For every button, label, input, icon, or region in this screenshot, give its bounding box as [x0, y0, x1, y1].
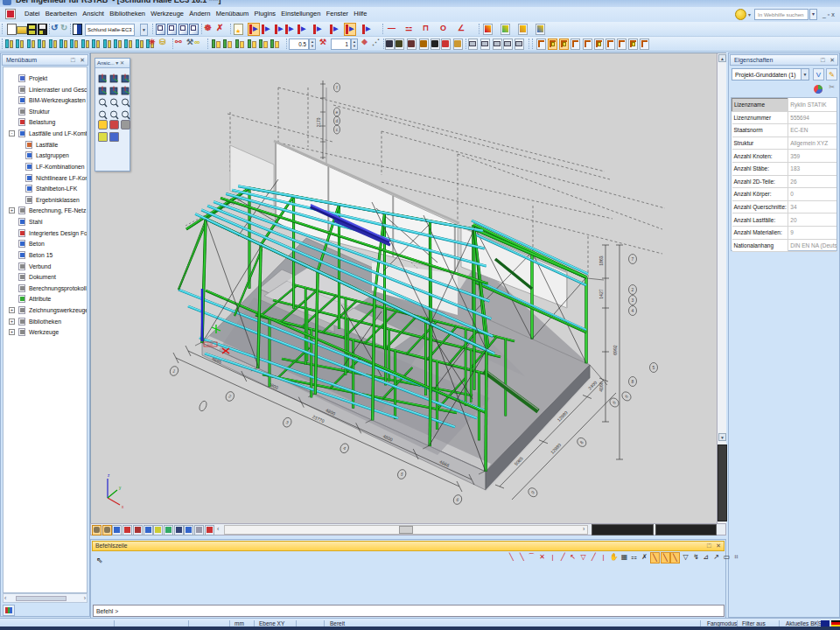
svg-text:2: 2 — [632, 287, 634, 292]
svg-text:x: x — [122, 505, 124, 509]
svg-text:1863: 1863 — [598, 256, 604, 266]
svg-text:2170: 2170 — [317, 117, 321, 127]
svg-text:z: z — [108, 473, 110, 478]
svg-text:7: 7 — [632, 256, 634, 262]
svg-text:8: 8 — [632, 379, 634, 384]
svg-text:6: 6 — [456, 497, 460, 503]
svg-text:5: 5 — [400, 472, 404, 478]
svg-text:4160: 4160 — [598, 382, 604, 392]
svg-text:2400: 2400 — [587, 380, 598, 391]
svg-text:6992: 6992 — [612, 345, 618, 355]
svg-text:3: 3 — [285, 419, 290, 425]
svg-text:4: 4 — [632, 308, 634, 313]
svg-text:2: 2 — [228, 394, 232, 400]
svg-text:c: c — [336, 127, 339, 132]
svg-text:5: 5 — [653, 365, 655, 370]
svg-text:4: 4 — [342, 445, 346, 452]
svg-text:3: 3 — [632, 298, 634, 303]
svg-text:y: y — [119, 486, 122, 490]
svg-text:d: d — [336, 118, 339, 123]
svg-text:f: f — [336, 85, 338, 90]
svg-text:1427: 1427 — [598, 289, 604, 299]
svg-text:e: e — [336, 109, 339, 115]
svg-text:6: 6 — [612, 400, 617, 405]
svg-text:8: 8 — [579, 439, 584, 444]
svg-text:1: 1 — [172, 368, 177, 374]
svg-text:0.00: 0.00 — [207, 343, 213, 346]
svg-text:12980: 12980 — [550, 442, 562, 455]
svg-text:6: 6 — [624, 394, 629, 399]
svg-text:9: 9 — [530, 489, 536, 494]
